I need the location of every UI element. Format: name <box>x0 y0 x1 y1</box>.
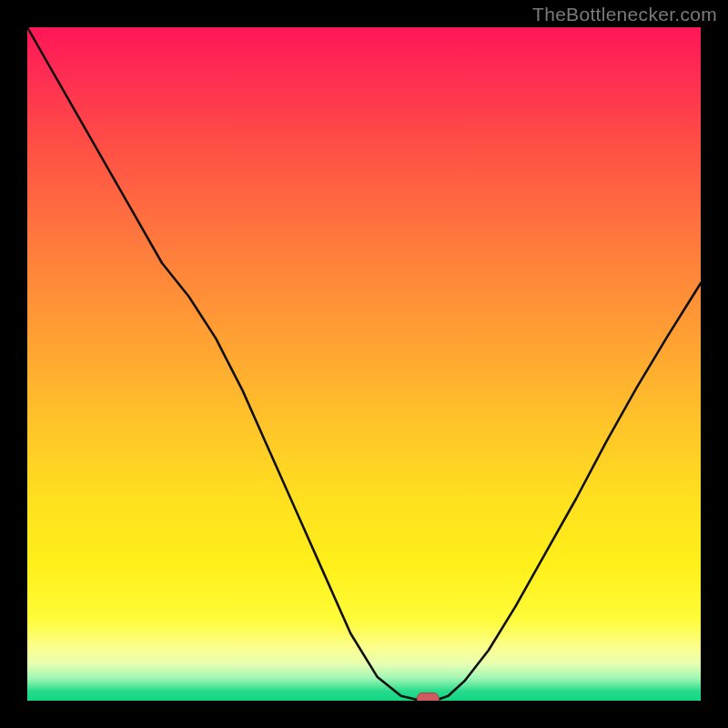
bottleneck-curve <box>27 27 701 701</box>
watermark-text: TheBottlenecker.com <box>532 4 717 25</box>
optimum-marker <box>417 693 439 702</box>
plot-area <box>27 27 701 701</box>
curve-layer <box>27 27 701 701</box>
chart-frame: TheBottlenecker.com <box>0 0 728 728</box>
